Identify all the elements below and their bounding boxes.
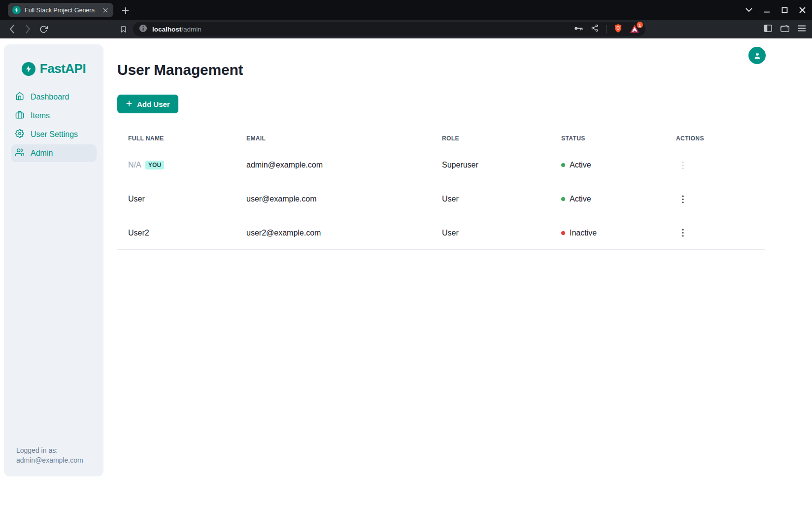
browser-window: Full Stack Project Genera <box>0 0 812 505</box>
new-tab-button[interactable] <box>120 5 131 16</box>
window-maximize-button[interactable] <box>780 6 788 14</box>
table-row: User user@example.com User Active <box>117 182 765 216</box>
row-actions-menu-button[interactable] <box>676 192 690 206</box>
sidebar-item-label: User Settings <box>31 130 78 139</box>
tab-title: Full Stack Project Genera <box>25 7 101 14</box>
plus-icon <box>126 100 133 108</box>
brave-rewards-icon[interactable]: 1 <box>630 24 640 34</box>
cell-role: User <box>442 195 561 203</box>
menu-hamburger-icon[interactable] <box>798 25 806 34</box>
sidebar-item-dashboard[interactable]: Dashboard <box>11 88 97 106</box>
sidebar-item-user-settings[interactable]: User Settings <box>11 126 97 143</box>
status-label: Active <box>570 161 591 169</box>
side-panel-icon[interactable] <box>764 25 772 34</box>
tab-close-icon[interactable] <box>101 6 110 15</box>
tab-strip: Full Stack Project Genera <box>0 0 812 20</box>
column-header-actions: ACTIONS <box>676 135 765 142</box>
row-actions-menu-button[interactable] <box>676 158 690 172</box>
site-info-icon[interactable] <box>139 24 147 34</box>
url-text: localhost/admin <box>152 26 202 33</box>
forward-button[interactable] <box>20 20 35 38</box>
add-user-label: Add User <box>137 100 170 108</box>
brand-name: FastAPI <box>40 61 86 76</box>
url-path: /admin <box>181 26 202 33</box>
cell-role: User <box>442 229 561 237</box>
sidebar-item-label: Dashboard <box>31 93 69 101</box>
wallet-icon[interactable] <box>780 25 789 34</box>
status-dot-icon <box>561 163 565 167</box>
window-minimize-button[interactable] <box>763 6 771 14</box>
cell-full-name: User <box>128 195 145 203</box>
cell-email: user2@example.com <box>246 229 442 237</box>
column-header-email: EMAIL <box>246 135 442 142</box>
add-user-button[interactable]: Add User <box>117 95 178 113</box>
cell-email: user@example.com <box>246 195 442 203</box>
cell-full-name: N/A <box>128 161 141 169</box>
url-bar[interactable]: localhost/admin <box>133 22 645 36</box>
status-label: Inactive <box>570 229 597 237</box>
table-row: User2 user2@example.com User Inactive <box>117 216 765 250</box>
fastapi-logo-icon <box>22 62 35 76</box>
users-icon <box>15 148 24 159</box>
column-header-status: STATUS <box>561 135 676 142</box>
share-icon[interactable] <box>591 24 599 34</box>
tab-search-chevron-icon[interactable] <box>745 6 753 14</box>
briefcase-icon <box>15 110 24 121</box>
brave-shield-icon[interactable] <box>614 24 622 35</box>
sidebar-item-label: Admin <box>31 149 53 158</box>
table-header-row: FULL NAME EMAIL ROLE STATUS ACTIONS <box>117 129 765 148</box>
toolbar-divider <box>606 25 607 34</box>
column-header-role: ROLE <box>442 135 561 142</box>
table-row: N/A YOU admin@example.com Superuser Acti… <box>117 148 765 182</box>
back-button[interactable] <box>4 20 20 38</box>
browser-tab[interactable]: Full Stack Project Genera <box>8 3 113 17</box>
sidebar-item-items[interactable]: Items <box>11 107 97 125</box>
reload-button[interactable] <box>35 20 51 38</box>
sidebar-item-admin[interactable]: Admin <box>11 144 97 162</box>
cell-status: Active <box>561 161 676 169</box>
logged-in-label: Logged in as: <box>16 445 97 456</box>
password-key-icon[interactable] <box>574 25 583 34</box>
sidebar: FastAPI Dashboard Items <box>4 44 103 476</box>
row-actions-menu-button[interactable] <box>676 226 690 240</box>
logged-in-footer: Logged in as: admin@example.com <box>4 445 103 476</box>
sidebar-item-label: Items <box>31 111 50 120</box>
users-table: FULL NAME EMAIL ROLE STATUS ACTIONS N/A … <box>117 129 765 250</box>
bookmark-icon[interactable] <box>116 20 130 38</box>
status-dot-icon <box>561 231 565 235</box>
logged-in-email: admin@example.com <box>16 455 97 466</box>
page-title: User Management <box>117 62 765 78</box>
main-area: User Management Add User FULL NAME EMAIL… <box>117 38 765 250</box>
fastapi-favicon-icon <box>12 6 21 14</box>
brand-logo: FastAPI <box>4 61 103 76</box>
gear-icon <box>15 129 24 140</box>
cell-status: Active <box>561 195 676 203</box>
status-label: Active <box>570 195 591 203</box>
status-dot-icon <box>561 197 565 201</box>
page-content: FastAPI Dashboard Items <box>0 38 812 505</box>
url-host: localhost <box>152 26 181 33</box>
cell-status: Inactive <box>561 229 676 237</box>
cell-full-name: User2 <box>128 229 149 237</box>
cell-role: Superuser <box>442 161 561 169</box>
rewards-badge: 1 <box>637 22 643 28</box>
sidebar-nav: Dashboard Items User Settings <box>4 88 103 162</box>
column-header-full-name: FULL NAME <box>128 135 246 142</box>
home-icon <box>15 92 24 102</box>
cell-email: admin@example.com <box>246 161 442 169</box>
window-close-button[interactable] <box>798 6 806 14</box>
you-badge: YOU <box>145 161 165 169</box>
browser-toolbar: localhost/admin <box>0 20 812 38</box>
